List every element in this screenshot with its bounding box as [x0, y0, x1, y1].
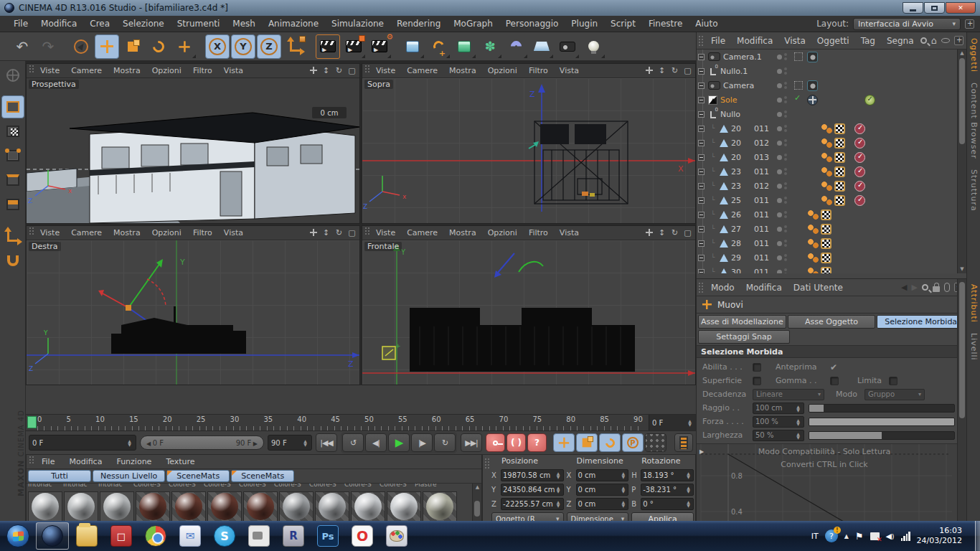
viewport-menu-item[interactable]: Opzioni	[146, 66, 187, 75]
subdivision-surface-button[interactable]	[452, 34, 476, 59]
render-picture-viewer-button[interactable]	[341, 34, 366, 59]
stepper-icon[interactable]	[126, 438, 133, 448]
object-row[interactable]: 23 012	[697, 179, 966, 193]
menu-item[interactable]: Plugin	[565, 19, 604, 29]
array-object-button[interactable]: ✽	[478, 34, 502, 59]
falloff-dropdown[interactable]: Lineare	[753, 389, 824, 400]
viewport-menu-item[interactable]: Mostra	[108, 66, 146, 75]
visibility-dots[interactable]	[777, 125, 787, 132]
rotate-tool-button[interactable]	[146, 34, 171, 59]
visibility-dots[interactable]	[777, 211, 787, 218]
expand-toggle-icon[interactable]	[698, 97, 705, 103]
stepper-icon[interactable]	[795, 430, 801, 441]
eye-icon[interactable]	[941, 38, 950, 43]
object-tag-2[interactable]	[821, 166, 833, 177]
viewport-menu-item[interactable]: Camere	[401, 66, 443, 75]
object-tag-3[interactable]	[834, 166, 845, 177]
menu-item[interactable]: Aiuto	[689, 19, 724, 29]
taskbar-app-button[interactable]	[380, 522, 413, 550]
expand-toggle-icon[interactable]	[698, 269, 705, 273]
expand-toggle-icon[interactable]	[698, 197, 705, 204]
viewport-menu-item[interactable]: Camere	[401, 228, 443, 237]
taskbar-app-button[interactable]: □	[105, 522, 138, 550]
expand-toggle-icon[interactable]	[698, 68, 705, 75]
object-name[interactable]: 30	[731, 268, 741, 274]
enable-checkbox[interactable]	[753, 363, 761, 372]
current-frame-field[interactable]: 0 F	[649, 415, 696, 430]
link-icon[interactable]	[944, 283, 950, 292]
visibility-dots[interactable]	[777, 240, 787, 247]
lock-y-axis-button[interactable]: Y	[231, 34, 255, 59]
viewport-front[interactable]: VisteCamereMostraOpzioniFiltroVista ↕ ↻ …	[362, 225, 696, 385]
rotate-view-icon[interactable]: ↻	[671, 67, 679, 75]
taskbar-app-button[interactable]	[36, 522, 69, 550]
device-icon[interactable]	[870, 532, 880, 540]
close-button[interactable]: ✕	[946, 2, 976, 14]
object-tag-1[interactable]	[807, 238, 819, 249]
grip[interactable]	[698, 35, 705, 47]
pan-view-icon[interactable]	[310, 67, 317, 74]
visibility-dots[interactable]	[777, 225, 787, 232]
coordinate-system-button[interactable]	[283, 34, 307, 59]
point-mode-button[interactable]	[1, 144, 24, 167]
material-thumbnail[interactable]	[387, 491, 421, 522]
keyframe-selection-button[interactable]: ?	[527, 433, 547, 452]
taskbar-app-button[interactable]: Ps	[311, 522, 344, 550]
show-desktop-button[interactable]	[975, 521, 980, 551]
material-thumbnail[interactable]	[315, 491, 349, 522]
stepper-icon[interactable]	[795, 417, 801, 427]
action-center-icon[interactable]: ?	[825, 529, 838, 542]
play-button[interactable]: ▶	[388, 433, 410, 452]
pan-view-icon[interactable]	[646, 67, 653, 74]
timeline-ruler[interactable]: 051015202530354045505560657075808590 0 F	[26, 414, 696, 431]
expand-toggle-icon[interactable]	[698, 126, 705, 132]
render-view-button[interactable]	[316, 34, 340, 59]
add-primitive-button[interactable]	[400, 34, 425, 59]
object-tag-1[interactable]	[854, 166, 865, 177]
next-frame-button[interactable]: |▶	[411, 433, 433, 452]
layout-dropdown[interactable]: Interfaccia di Avvio	[853, 18, 961, 30]
stepper-icon[interactable]	[555, 470, 562, 480]
viewport-menu-item[interactable]: Camere	[65, 228, 108, 237]
menu-item[interactable]: Strumenti	[171, 19, 227, 29]
object-row[interactable]: Camera	[697, 78, 966, 93]
material-menu-item[interactable]: File	[34, 457, 62, 466]
stepper-icon[interactable]	[620, 470, 626, 480]
visibility-dots[interactable]	[777, 182, 787, 189]
object-name[interactable]: Camera	[723, 81, 754, 90]
object-tag-1[interactable]	[854, 181, 865, 192]
expand-toggle-icon[interactable]	[698, 54, 705, 60]
title-bar[interactable]: CINEMA 4D R13.016 Studio - [bifamiliare3…	[0, 0, 980, 16]
record-pla-toggle[interactable]	[645, 433, 666, 452]
speaker-icon[interactable]: ◀	[886, 532, 895, 541]
menu-item[interactable]: MoGraph	[447, 19, 499, 29]
grip[interactable]	[484, 458, 491, 469]
attribute-scrollbar[interactable]	[957, 279, 966, 530]
stepper-icon[interactable]	[620, 484, 626, 494]
object-name[interactable]: 26	[731, 210, 741, 220]
object-tag-2[interactable]	[821, 209, 831, 220]
object-tag-3[interactable]	[834, 195, 845, 206]
taskbar-app-button[interactable]: S	[208, 522, 241, 550]
radius-slider[interactable]	[809, 404, 955, 413]
undo-button[interactable]: ↶	[10, 34, 34, 59]
expand-toggle-icon[interactable]	[698, 183, 705, 189]
grip[interactable]	[364, 226, 370, 236]
grip[interactable]	[28, 226, 34, 236]
search-icon[interactable]	[920, 37, 927, 44]
snap-settings-tab[interactable]: Settaggi Snap	[698, 330, 790, 344]
object-tag-1[interactable]	[807, 267, 819, 274]
back-icon[interactable]: ◀	[901, 283, 907, 292]
object-row[interactable]: Sole	[697, 93, 966, 107]
object-tag-3[interactable]	[834, 123, 845, 134]
object-name[interactable]: Nullo	[720, 110, 740, 119]
expand-toggle-icon[interactable]	[698, 83, 705, 89]
object-tag-1[interactable]	[807, 95, 818, 105]
material-layer-tab[interactable]: SceneMats	[166, 470, 230, 482]
object-tag-2[interactable]	[821, 181, 833, 192]
object-tag-2[interactable]	[864, 95, 875, 105]
viewport-menu-item[interactable]: Opzioni	[482, 228, 523, 237]
tray-expand-icon[interactable]: ▲	[844, 533, 849, 540]
surface-checkbox[interactable]	[753, 377, 761, 385]
menu-item[interactable]: Finestre	[642, 19, 689, 29]
